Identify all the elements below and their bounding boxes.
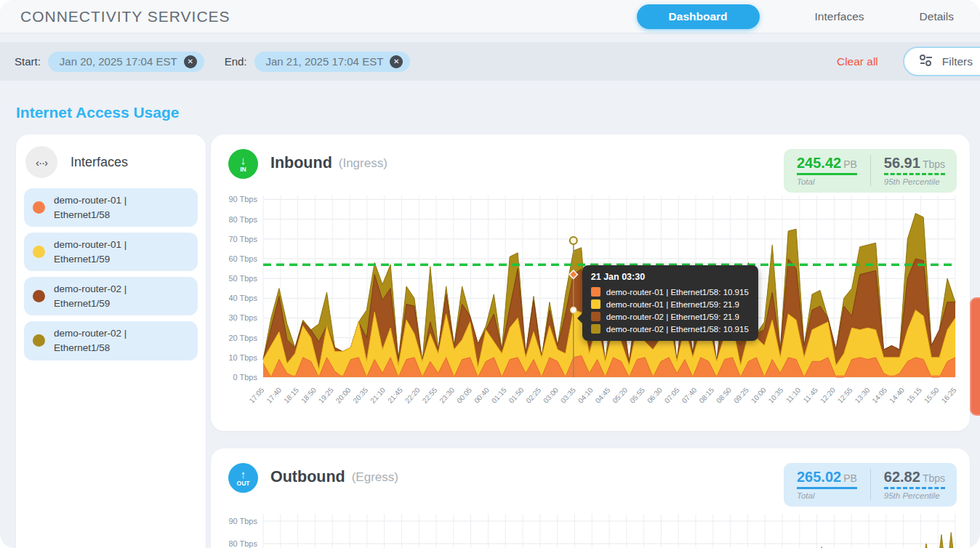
chart-tooltip: 21 Jan 03:30 demo-router-01 | Ethernet1/… [582, 265, 758, 341]
tooltip-row: demo-router-01 | Ethernet1/59: 21.9 [591, 299, 749, 309]
inbound-panel: ↓IN Inbound (Ingress) 245.42PB Total 56.… [211, 134, 970, 431]
svg-text:03:35: 03:35 [559, 386, 577, 405]
filter-bar: Start: Jan 20, 2025 17:04 EST ✕ End: Jan… [0, 42, 980, 81]
svg-text:21:45: 21:45 [386, 386, 404, 405]
series-swatch [591, 324, 601, 334]
app-title: CONNECTIVITY SERVICES [20, 8, 230, 25]
svg-text:10:35: 10:35 [767, 386, 785, 405]
svg-text:00:05: 00:05 [455, 386, 473, 405]
svg-text:60 Tbps: 60 Tbps [228, 254, 257, 263]
svg-text:19:25: 19:25 [317, 386, 335, 405]
svg-text:05:20: 05:20 [611, 386, 629, 405]
start-date-chip[interactable]: Jan 20, 2025 17:04 EST ✕ [48, 52, 204, 72]
series-color-dot [33, 290, 45, 302]
filters-button[interactable]: Filters [903, 47, 980, 76]
svg-text:0 Tbps: 0 Tbps [233, 373, 258, 382]
svg-text:21:10: 21:10 [369, 386, 387, 405]
svg-text:23:30: 23:30 [438, 386, 456, 405]
series-swatch [591, 299, 601, 309]
svg-text:04:10: 04:10 [577, 386, 595, 405]
tooltip-row: demo-router-02 | Ethernet1/58: 10.915 [591, 324, 749, 334]
svg-text:17:05: 17:05 [248, 386, 266, 405]
svg-text:20 Tbps: 20 Tbps [228, 334, 257, 342]
interfaces-icon: ‹··› [25, 146, 57, 178]
app-window: CONNECTIVITY SERVICES Dashboard Interfac… [0, 0, 980, 548]
outbound-p95-label: 95th Percentile [884, 491, 945, 500]
svg-text:00:40: 00:40 [473, 386, 491, 405]
svg-text:02:25: 02:25 [524, 386, 542, 405]
close-icon[interactable]: ✕ [390, 55, 403, 68]
svg-text:10:00: 10:00 [750, 386, 768, 405]
svg-text:17:40: 17:40 [265, 386, 283, 405]
start-date-value: Jan 20, 2025 17:04 EST [60, 55, 177, 68]
svg-text:15:15: 15:15 [905, 386, 923, 405]
interface-item-label: demo-router-01 |Ethernet1/59 [54, 238, 126, 266]
page-title: Internet Access Usage [16, 104, 180, 121]
svg-text:05:55: 05:55 [628, 386, 646, 405]
svg-text:18:50: 18:50 [300, 386, 318, 405]
start-label: Start: [15, 55, 41, 68]
outbound-total-value: 265.02 [797, 469, 841, 485]
svg-text:12:20: 12:20 [819, 386, 837, 405]
inbound-icon: ↓IN [228, 149, 258, 179]
interface-item[interactable]: demo-router-02 |Ethernet1/59 [24, 277, 198, 315]
svg-text:01:50: 01:50 [507, 386, 526, 405]
tab-dashboard[interactable]: Dashboard [637, 4, 760, 29]
series-color-dot [33, 334, 45, 347]
outbound-panel: ↑OUT Outbound (Egress) 265.02PB Total 62… [211, 448, 970, 548]
clear-all-button[interactable]: Clear all [837, 55, 878, 68]
outbound-chart-svg: 90 Tbps80 Tbps [221, 509, 960, 548]
end-date-chip[interactable]: Jan 21, 2025 17:04 EST ✕ [254, 52, 411, 72]
svg-text:40 Tbps: 40 Tbps [228, 294, 257, 302]
svg-text:18:15: 18:15 [282, 386, 300, 405]
svg-text:30 Tbps: 30 Tbps [228, 313, 257, 322]
close-icon[interactable]: ✕ [184, 55, 197, 68]
edge-scroll-tab[interactable] [970, 297, 980, 416]
tab-interfaces[interactable]: Interfaces [815, 10, 864, 23]
tab-details[interactable]: Details [920, 10, 954, 23]
svg-text:08:50: 08:50 [715, 386, 733, 405]
top-header: CONNECTIVITY SERVICES Dashboard Interfac… [0, 0, 980, 33]
inbound-total-value: 245.42 [797, 155, 841, 171]
svg-text:22:20: 22:20 [403, 386, 422, 405]
svg-text:11:45: 11:45 [802, 386, 820, 405]
main-content: Internet Access Usage ‹··› Interfaces de… [0, 81, 980, 548]
interface-item-label: demo-router-02 |Ethernet1/58 [54, 326, 126, 355]
svg-text:20:35: 20:35 [351, 386, 369, 405]
inbound-title: Inbound [270, 154, 332, 172]
svg-text:15:50: 15:50 [923, 386, 941, 405]
outbound-total-label: Total [797, 491, 857, 500]
tooltip-row: demo-router-02 | Ethernet1/59: 21.9 [591, 312, 749, 321]
svg-text:70 Tbps: 70 Tbps [228, 235, 257, 243]
svg-text:22:55: 22:55 [421, 386, 439, 405]
svg-text:07:40: 07:40 [680, 386, 699, 405]
svg-text:16:25: 16:25 [940, 386, 958, 405]
svg-text:09:25: 09:25 [732, 386, 750, 405]
tab-bar: Dashboard Interfaces Details [637, 4, 954, 29]
outbound-icon: ↑OUT [228, 463, 258, 493]
interface-item-label: demo-router-02 |Ethernet1/59 [54, 282, 126, 310]
interface-item[interactable]: demo-router-01 |Ethernet1/59 [24, 233, 198, 271]
interfaces-panel: ‹··› Interfaces demo-router-01 |Ethernet… [16, 134, 206, 548]
outbound-p95-value: 62.82 [884, 469, 920, 485]
svg-text:20:00: 20:00 [334, 386, 353, 405]
interface-item[interactable]: demo-router-01 |Ethernet1/58 [24, 188, 198, 227]
inbound-chart[interactable]: 0 Tbps10 Tbps20 Tbps30 Tbps40 Tbps50 Tbp… [221, 196, 960, 428]
inbound-header: ↓IN Inbound (Ingress) 245.42PB Total 56.… [221, 145, 960, 193]
interface-item[interactable]: demo-router-02 |Ethernet1/58 [24, 321, 198, 360]
outbound-chart[interactable]: 90 Tbps80 Tbps [221, 509, 960, 548]
inbound-stats: 245.42PB Total 56.91Tbps 95th Percentile [784, 149, 957, 193]
series-color-dot [33, 201, 45, 214]
svg-text:14:05: 14:05 [870, 386, 888, 405]
svg-text:10 Tbps: 10 Tbps [228, 353, 257, 362]
svg-text:13:30: 13:30 [854, 386, 872, 405]
svg-text:12:55: 12:55 [836, 386, 854, 405]
outbound-stats: 265.02PB Total 62.82Tbps 95th Percentile [784, 463, 957, 507]
svg-text:06:30: 06:30 [646, 386, 664, 405]
svg-text:01:15: 01:15 [490, 386, 508, 405]
series-swatch [591, 312, 601, 321]
svg-text:90 Tbps: 90 Tbps [228, 196, 257, 204]
svg-text:80 Tbps: 80 Tbps [228, 539, 257, 548]
interface-item-label: demo-router-01 |Ethernet1/58 [54, 193, 126, 222]
svg-text:90 Tbps: 90 Tbps [228, 517, 257, 525]
